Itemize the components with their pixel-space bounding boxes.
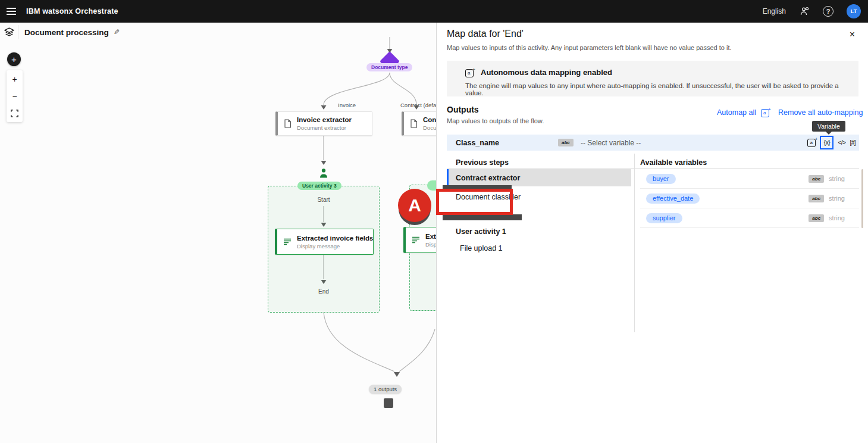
automap-all-icon[interactable]: a+: [761, 109, 769, 117]
remove-all-automapping-link[interactable]: Remove all auto-mapping: [778, 108, 863, 117]
end-label: End: [268, 288, 380, 295]
node-title: Extr: [425, 233, 436, 240]
node-subtitle: Display message: [297, 243, 373, 249]
branch-label-invoice: Invoice: [338, 102, 356, 108]
select-variable-dropdown[interactable]: -- Select variable --: [581, 139, 641, 147]
top-header-bar: IBM watsonx Orchestrate English ? LT: [0, 0, 868, 23]
output-name: Class_name: [456, 139, 499, 147]
variable-type: string: [829, 214, 845, 222]
outputs-subtitle: Map values to outputs of the flow.: [447, 117, 544, 124]
variable-type: string: [829, 175, 845, 182]
flow-end-node[interactable]: [384, 398, 393, 408]
output-mapping-row[interactable]: Class_name abc -- Select variable -- a+ …: [447, 135, 859, 151]
scrollbar[interactable]: [861, 169, 863, 228]
variable-row: supplier abcstring: [640, 208, 859, 228]
annotation-highlight-box: [436, 189, 513, 215]
avatar[interactable]: LT: [847, 4, 861, 18]
flow-canvas[interactable]: Document processing ✎ + + − Document typ…: [0, 23, 436, 443]
panel-title: Map data for 'End': [447, 29, 524, 39]
user-activity-4-pill: [427, 180, 436, 191]
user-activity-icon: [318, 167, 330, 179]
outputs-heading: Outputs: [447, 105, 479, 114]
step-item-contract-extractor[interactable]: Contract extractor: [447, 169, 631, 186]
language-selector[interactable]: English: [763, 7, 786, 15]
banner-text: The engine will map values to any input …: [465, 82, 858, 96]
autonomous-mapping-banner: a+ Autonomous data mapping enabled The e…: [447, 61, 858, 96]
variable-type: string: [829, 195, 845, 202]
panel-description: Map values to inputs of this activity. A…: [447, 44, 732, 51]
type-badge: abc: [809, 195, 824, 202]
available-variables-header: Available variables: [640, 158, 707, 167]
variable-tooltip: Variable: [812, 121, 845, 132]
variable-mode-button[interactable]: {x}: [820, 136, 833, 149]
literal-mode-button[interactable]: [#]: [850, 139, 856, 146]
variable-row: buyer abcstring: [640, 169, 859, 189]
node-title: Cont: [423, 116, 436, 123]
variable-pill-effective-date[interactable]: effective_date: [646, 194, 700, 204]
node-subtitle: Document extractor: [297, 124, 352, 131]
branch-label-contract: Contract (defau: [400, 102, 436, 108]
node-subtitle: Displ: [425, 241, 436, 248]
extracted-invoice-fields-node[interactable]: Extracted invoice fields Display message: [275, 229, 374, 255]
help-icon[interactable]: ?: [823, 6, 833, 17]
previous-steps-header: Previous steps: [456, 158, 509, 167]
close-icon[interactable]: ×: [850, 30, 855, 39]
invoice-extractor-node[interactable]: Invoice extractor Document extractor: [275, 111, 372, 136]
automap-icon: a+: [465, 69, 474, 77]
divider: [634, 154, 635, 332]
variable-pill-buyer[interactable]: buyer: [646, 174, 676, 184]
type-badge: abc: [558, 139, 574, 146]
start-label: Start: [268, 196, 380, 203]
menu-icon[interactable]: [0, 0, 23, 23]
annotation-shadow-bottom: [443, 214, 522, 220]
automap-all-link[interactable]: Automap all: [717, 108, 756, 117]
extracted-contract-fields-node[interactable]: Extr Displ: [403, 227, 436, 253]
outputs-count-pill: 1 outputs: [369, 385, 402, 394]
step-item-file-upload-1[interactable]: File upload 1: [447, 239, 631, 257]
profile-settings-icon[interactable]: [799, 6, 810, 17]
contract-extractor-node[interactable]: Cont Docu: [402, 111, 436, 136]
user-activity-3-pill: User activity 3: [297, 182, 341, 190]
document-icon: [410, 119, 418, 128]
variable-icon: {x}: [824, 139, 830, 146]
app-title: IBM watsonx Orchestrate: [26, 7, 118, 15]
expression-mode-button[interactable]: </>: [838, 139, 845, 146]
node-title: Extracted invoice fields: [297, 235, 373, 242]
node-title: Invoice extractor: [297, 116, 352, 123]
message-icon: [283, 238, 292, 245]
automap-icon[interactable]: a+: [807, 139, 816, 147]
variable-pill-supplier[interactable]: supplier: [646, 213, 682, 223]
document-icon: [284, 119, 292, 128]
message-icon: [412, 236, 420, 244]
banner-title: Autonomous data mapping enabled: [481, 68, 612, 77]
step-item-user-activity-1[interactable]: User activity 1: [447, 223, 631, 240]
node-subtitle: Docu: [423, 124, 436, 131]
type-badge: abc: [809, 214, 824, 222]
decision-label: Document type: [366, 63, 412, 71]
annotation-marker-a: A: [398, 189, 431, 222]
map-data-panel: Map data for 'End' × Map values to input…: [436, 23, 868, 443]
variable-row: effective_date abcstring: [640, 189, 859, 208]
type-badge: abc: [809, 175, 824, 183]
